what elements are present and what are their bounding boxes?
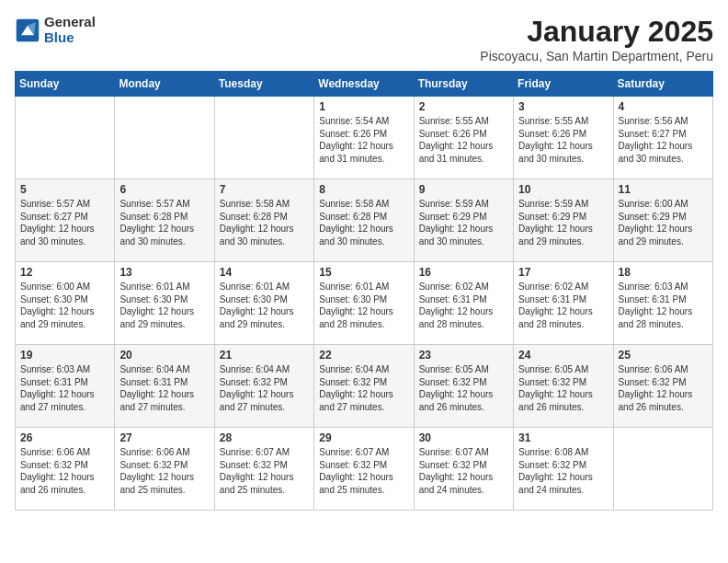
day-info: Sunrise: 5:59 AM Sunset: 6:29 PM Dayligh… [518,198,608,247]
day-number: 12 [20,266,109,279]
calendar-cell: 8Sunrise: 5:58 AM Sunset: 6:28 PM Daylig… [314,179,414,262]
weekday-header-wednesday: Wednesday [314,72,414,97]
weekday-header-tuesday: Tuesday [214,72,313,97]
day-number: 2 [419,100,508,113]
calendar-header: SundayMondayTuesdayWednesdayThursdayFrid… [16,72,713,97]
calendar-cell: 12Sunrise: 6:00 AM Sunset: 6:30 PM Dayli… [16,262,115,345]
day-number: 6 [119,183,209,196]
calendar-cell: 7Sunrise: 5:58 AM Sunset: 6:28 PM Daylig… [214,179,313,262]
calendar-cell: 24Sunrise: 6:05 AM Sunset: 6:32 PM Dayli… [514,345,613,428]
title-block: January 2025 Piscoyacu, San Martin Depar… [480,15,713,63]
day-info: Sunrise: 5:55 AM Sunset: 6:26 PM Dayligh… [419,115,508,165]
calendar-cell: 6Sunrise: 5:57 AM Sunset: 6:28 PM Daylig… [115,179,214,262]
day-info: Sunrise: 6:07 AM Sunset: 6:32 PM Dayligh… [319,446,408,496]
calendar-week-2: 5Sunrise: 5:57 AM Sunset: 6:27 PM Daylig… [16,179,713,262]
weekday-header-sunday: Sunday [16,72,115,97]
logo-icon [15,17,40,43]
calendar-week-3: 12Sunrise: 6:00 AM Sunset: 6:30 PM Dayli… [16,262,713,345]
day-info: Sunrise: 6:01 AM Sunset: 6:30 PM Dayligh… [119,281,209,330]
day-number: 19 [20,349,109,362]
day-number: 14 [220,266,309,279]
logo-general: General [44,15,96,30]
day-number: 8 [319,183,408,196]
day-number: 11 [619,183,708,196]
calendar-cell: 19Sunrise: 6:03 AM Sunset: 6:31 PM Dayli… [16,345,115,428]
calendar-cell: 20Sunrise: 6:04 AM Sunset: 6:31 PM Dayli… [115,345,214,428]
day-info: Sunrise: 6:00 AM Sunset: 6:29 PM Dayligh… [619,198,708,247]
calendar-week-1: 1Sunrise: 5:54 AM Sunset: 6:26 PM Daylig… [16,97,713,179]
day-info: Sunrise: 6:01 AM Sunset: 6:30 PM Dayligh… [319,281,408,330]
day-number: 5 [20,183,109,196]
calendar-cell: 23Sunrise: 6:05 AM Sunset: 6:32 PM Dayli… [414,345,513,428]
calendar-cell: 2Sunrise: 5:55 AM Sunset: 6:26 PM Daylig… [414,97,513,179]
day-info: Sunrise: 5:59 AM Sunset: 6:29 PM Dayligh… [419,198,508,247]
calendar-cell: 1Sunrise: 5:54 AM Sunset: 6:26 PM Daylig… [314,97,414,179]
day-number: 23 [419,349,508,362]
day-info: Sunrise: 6:04 AM Sunset: 6:32 PM Dayligh… [220,363,309,413]
day-info: Sunrise: 6:06 AM Sunset: 6:32 PM Dayligh… [619,363,708,413]
calendar-cell: 26Sunrise: 6:06 AM Sunset: 6:32 PM Dayli… [16,428,115,511]
day-info: Sunrise: 6:02 AM Sunset: 6:31 PM Dayligh… [419,281,508,330]
day-number: 9 [419,183,508,196]
day-info: Sunrise: 6:07 AM Sunset: 6:32 PM Dayligh… [419,446,508,496]
day-info: Sunrise: 5:58 AM Sunset: 6:28 PM Dayligh… [220,198,309,247]
day-info: Sunrise: 6:05 AM Sunset: 6:32 PM Dayligh… [518,363,608,413]
day-number: 30 [419,431,508,444]
day-number: 22 [319,349,408,362]
day-number: 3 [518,100,608,113]
weekday-header-friday: Friday [514,72,613,97]
day-number: 25 [619,349,708,362]
calendar-cell [613,428,712,511]
calendar-cell: 18Sunrise: 6:03 AM Sunset: 6:31 PM Dayli… [613,262,712,345]
calendar-cell: 15Sunrise: 6:01 AM Sunset: 6:30 PM Dayli… [314,262,414,345]
day-number: 4 [619,100,708,113]
day-info: Sunrise: 5:55 AM Sunset: 6:26 PM Dayligh… [518,115,608,165]
weekday-header-saturday: Saturday [613,72,712,97]
calendar-cell: 27Sunrise: 6:06 AM Sunset: 6:32 PM Dayli… [115,428,214,511]
day-info: Sunrise: 6:07 AM Sunset: 6:32 PM Dayligh… [220,446,309,496]
calendar-cell: 21Sunrise: 6:04 AM Sunset: 6:32 PM Dayli… [214,345,313,428]
calendar-cell [214,97,313,179]
day-info: Sunrise: 6:04 AM Sunset: 6:31 PM Dayligh… [119,363,209,413]
day-info: Sunrise: 6:06 AM Sunset: 6:32 PM Dayligh… [20,446,109,496]
calendar-cell: 30Sunrise: 6:07 AM Sunset: 6:32 PM Dayli… [414,428,513,511]
day-info: Sunrise: 6:01 AM Sunset: 6:30 PM Dayligh… [220,281,309,330]
calendar-week-5: 26Sunrise: 6:06 AM Sunset: 6:32 PM Dayli… [16,428,713,511]
calendar-cell: 9Sunrise: 5:59 AM Sunset: 6:29 PM Daylig… [414,179,513,262]
day-info: Sunrise: 5:58 AM Sunset: 6:28 PM Dayligh… [319,198,408,247]
calendar-body: 1Sunrise: 5:54 AM Sunset: 6:26 PM Daylig… [16,97,713,511]
calendar-cell: 11Sunrise: 6:00 AM Sunset: 6:29 PM Dayli… [613,179,712,262]
day-info: Sunrise: 6:00 AM Sunset: 6:30 PM Dayligh… [20,281,109,330]
calendar-cell: 14Sunrise: 6:01 AM Sunset: 6:30 PM Dayli… [214,262,313,345]
day-number: 31 [518,431,608,444]
calendar-cell: 22Sunrise: 6:04 AM Sunset: 6:32 PM Dayli… [314,345,414,428]
calendar-cell: 17Sunrise: 6:02 AM Sunset: 6:31 PM Dayli… [514,262,613,345]
day-info: Sunrise: 6:03 AM Sunset: 6:31 PM Dayligh… [20,363,109,413]
day-info: Sunrise: 5:56 AM Sunset: 6:27 PM Dayligh… [619,115,708,165]
page-header: General Blue January 2025 Piscoyacu, San… [15,15,713,63]
day-info: Sunrise: 6:08 AM Sunset: 6:32 PM Dayligh… [518,446,608,496]
calendar-cell: 5Sunrise: 5:57 AM Sunset: 6:27 PM Daylig… [16,179,115,262]
day-info: Sunrise: 6:03 AM Sunset: 6:31 PM Dayligh… [619,281,708,330]
calendar-cell: 4Sunrise: 5:56 AM Sunset: 6:27 PM Daylig… [613,97,712,179]
day-info: Sunrise: 6:06 AM Sunset: 6:32 PM Dayligh… [119,446,209,496]
day-info: Sunrise: 5:54 AM Sunset: 6:26 PM Dayligh… [319,115,408,165]
day-number: 13 [119,266,209,279]
day-number: 24 [518,349,608,362]
day-info: Sunrise: 6:04 AM Sunset: 6:32 PM Dayligh… [319,363,408,413]
day-number: 27 [119,431,209,444]
calendar-title: January 2025 [480,15,713,49]
calendar-cell [16,97,115,179]
calendar-week-4: 19Sunrise: 6:03 AM Sunset: 6:31 PM Dayli… [16,345,713,428]
day-number: 15 [319,266,408,279]
weekday-header-row: SundayMondayTuesdayWednesdayThursdayFrid… [16,72,713,97]
day-info: Sunrise: 6:05 AM Sunset: 6:32 PM Dayligh… [419,363,508,413]
calendar-table: SundayMondayTuesdayWednesdayThursdayFrid… [15,71,713,511]
logo-text: General Blue [44,15,96,45]
day-number: 29 [319,431,408,444]
day-number: 21 [220,349,309,362]
day-info: Sunrise: 5:57 AM Sunset: 6:28 PM Dayligh… [119,198,209,247]
day-number: 20 [119,349,209,362]
day-number: 10 [518,183,608,196]
logo: General Blue [15,15,96,45]
